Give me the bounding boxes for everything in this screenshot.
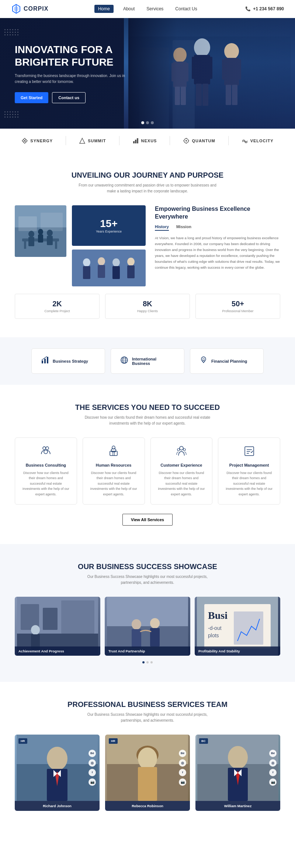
- social-icon-richard-2[interactable]: ◎: [88, 759, 96, 767]
- about-section: UNVEILING OUR JOURNEY AND PURPOSE From o…: [0, 153, 295, 337]
- service-human-resources: Human Resources Discover how our clients…: [83, 438, 145, 505]
- partner-summit-label: SUMMIT: [88, 139, 106, 143]
- svg-point-87: [31, 625, 40, 635]
- partner-quantum-label: QUANTUM: [192, 139, 215, 143]
- showcase-header: OUR BUSINESS SUCCESS SHOWCASE Our Busine…: [15, 562, 280, 586]
- about-tab-history[interactable]: History: [155, 224, 169, 231]
- service-consulting-desc: Discover how our clients found their dre…: [21, 470, 71, 497]
- hero-illustration: [124, 18, 295, 129]
- hero-title: INNOVATING FOR A BRIGHTER FUTURE: [15, 43, 133, 68]
- showcase-dot-1[interactable]: [146, 661, 149, 663]
- tab-international-business[interactable]: International Business: [111, 348, 184, 374]
- team-photo-william: BC Bé ◎ f 📷: [195, 735, 280, 801]
- facebook-icon-richard[interactable]: f: [88, 769, 96, 776]
- tab-business-strategy[interactable]: Business Strategy: [31, 348, 105, 374]
- nav-contact[interactable]: Contact Us: [173, 5, 199, 13]
- partner-quantum: QUANTUM: [183, 137, 215, 144]
- stat-clients-num: 8K: [111, 300, 184, 308]
- contact-us-hero-button[interactable]: Contact us: [52, 92, 86, 103]
- service-project-management: Project Management Discover how our clie…: [218, 438, 280, 505]
- about-subtitle: From our unwavering commitment and passi…: [77, 182, 218, 194]
- partner-nexus-label: NEXUS: [141, 139, 157, 143]
- svg-point-103: [47, 747, 67, 770]
- stat-members-label: Professional Member: [201, 309, 274, 313]
- about-tab-mission[interactable]: Mission: [176, 224, 191, 231]
- about-header: UNVEILING OUR JOURNEY AND PURPOSE From o…: [15, 171, 280, 194]
- svg-point-55: [112, 258, 120, 266]
- hero-people-svg: [128, 18, 291, 129]
- showcase-card-1[interactable]: Trust And Partnership: [105, 597, 190, 656]
- partners-bar: SYNERGY SUMMIT NEXUS QUANTUM VELOCITY: [0, 129, 295, 153]
- hero-subtitle: Transforming the business landscape thro…: [15, 73, 133, 85]
- svg-point-93: [150, 618, 160, 628]
- customer-experience-icon: [156, 445, 207, 459]
- instagram-icon-rebecca[interactable]: 📷: [179, 778, 186, 786]
- slider-dot-2[interactable]: [151, 121, 154, 124]
- stat-members-num: 50+: [201, 300, 274, 308]
- team-socials-william: Bé ◎ f 📷: [269, 750, 277, 786]
- svg-point-44: [28, 231, 34, 237]
- tab-financial-planning-label: Financial Planning: [211, 359, 247, 363]
- team-richard-illustration: [15, 735, 100, 801]
- svg-point-48: [38, 229, 43, 235]
- svg-rect-40: [41, 213, 63, 231]
- team-name-william: William Martinez: [195, 801, 280, 811]
- svg-rect-45: [28, 237, 34, 246]
- partner-summit: SUMMIT: [79, 137, 106, 144]
- svg-point-74: [112, 446, 115, 449]
- showcase-section: OUR BUSINESS SUCCESS SHOWCASE Our Busine…: [0, 544, 295, 682]
- team-name-richard: Richard Johnson: [15, 801, 100, 811]
- instagram-icon-william[interactable]: 📷: [269, 778, 277, 786]
- social-icon-william-2[interactable]: ◎: [269, 759, 277, 767]
- partner-velocity-label: VELOCITY: [250, 139, 274, 143]
- slider-dot-active[interactable]: [141, 121, 144, 124]
- behance-icon-rebecca[interactable]: Bé: [179, 750, 186, 757]
- hero-dots-top-left: [4, 29, 18, 35]
- behance-icon-richard[interactable]: Bé: [88, 750, 96, 757]
- about-title: UNVEILING OUR JOURNEY AND PURPOSE: [15, 171, 280, 179]
- showcase-slider-dots: [15, 661, 280, 663]
- partner-synergy-label: SYNERGY: [30, 139, 53, 143]
- behance-icon-william[interactable]: Bé: [269, 750, 277, 757]
- showcase-dot-2[interactable]: [150, 661, 153, 663]
- social-icon-rebecca-2[interactable]: ◎: [179, 759, 186, 767]
- about-office-illustration: [15, 205, 66, 257]
- showcase-card-0[interactable]: Achievement And Progress: [15, 597, 100, 656]
- svg-rect-24: [128, 18, 291, 129]
- tab-international-business-label: International Business: [132, 357, 175, 366]
- partner-divider-4: [228, 136, 229, 145]
- business-consulting-icon: [21, 445, 71, 459]
- team-section: PROFESSIONAL BUSINESS SERVICES TEAM Our …: [0, 682, 295, 829]
- nav-about[interactable]: About: [121, 5, 137, 13]
- svg-point-68: [46, 447, 49, 450]
- instagram-icon-richard[interactable]: 📷: [88, 778, 96, 786]
- svg-marker-27: [80, 138, 85, 143]
- svg-rect-61: [47, 357, 48, 363]
- stat-clients-label: Happy Clients: [111, 309, 184, 313]
- service-cx-name: Customer Experience: [156, 463, 207, 467]
- svg-point-57: [127, 258, 135, 266]
- financial-planning-icon: [199, 356, 208, 366]
- logo-text: CORPIX: [24, 6, 48, 12]
- svg-text:Busi: Busi: [208, 610, 228, 621]
- nav-services[interactable]: Services: [144, 5, 166, 13]
- showcase-dot-active[interactable]: [142, 661, 145, 663]
- get-started-button[interactable]: Get Started: [15, 92, 48, 103]
- view-all-services-button[interactable]: View All Services: [122, 514, 173, 526]
- team-badge-rebecca: HR: [109, 738, 118, 744]
- tab-financial-planning[interactable]: Financial Planning: [190, 348, 264, 374]
- facebook-icon-william[interactable]: f: [269, 769, 277, 776]
- showcase-card-2[interactable]: Busi -d-out plots Profitability And Stab…: [195, 597, 280, 656]
- slider-dot-1[interactable]: [146, 121, 149, 124]
- logo[interactable]: CORPIX: [11, 4, 48, 14]
- stat-projects-num: 2K: [21, 300, 94, 308]
- stat-projects: 2K Complete Project: [15, 294, 100, 319]
- svg-point-76: [177, 449, 180, 451]
- svg-rect-47: [47, 236, 53, 245]
- nav-home[interactable]: Home: [94, 5, 114, 13]
- facebook-icon-rebecca[interactable]: f: [179, 769, 186, 776]
- services-subtitle: Discover how our clients found their dre…: [77, 415, 218, 426]
- summit-icon: [79, 137, 86, 144]
- project-management-icon: [224, 445, 274, 459]
- team-title: PROFESSIONAL BUSINESS SERVICES TEAM: [15, 700, 280, 709]
